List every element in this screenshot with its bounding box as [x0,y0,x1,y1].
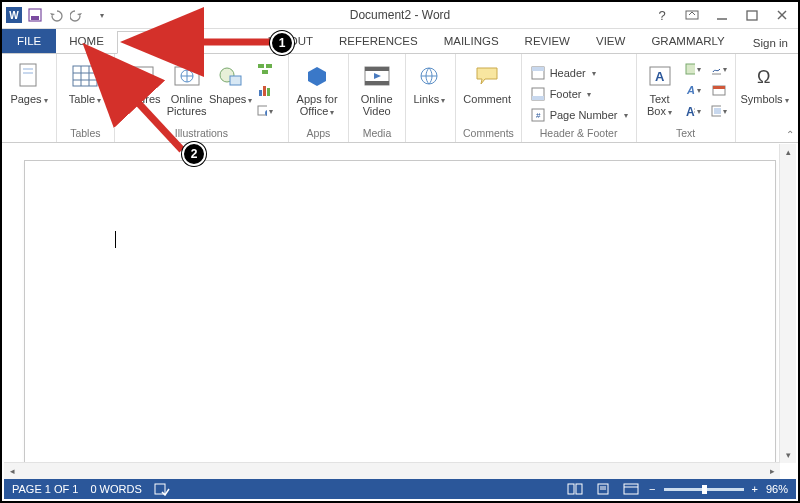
group-header-footer: Header Footer # Page Number Header & Foo… [522,54,637,142]
wordart-icon: A [685,82,701,98]
text-box-button[interactable]: A Text Box [641,57,679,118]
close-icon[interactable] [770,3,794,27]
svg-rect-7 [20,64,36,86]
links-button[interactable]: Links [410,57,448,106]
apps-button[interactable]: Apps for Office [293,57,341,118]
screenshot-icon [257,103,273,119]
svg-rect-31 [365,81,389,85]
help-icon[interactable]: ? [650,3,674,27]
group-comments: Comment Comments [456,54,521,142]
date-time-button[interactable] [707,80,731,100]
object-button[interactable] [707,101,731,121]
page-number-button[interactable]: # Page Number [526,105,632,125]
header-button[interactable]: Header [526,63,632,83]
online-video-button[interactable]: Online Video [353,57,401,117]
svg-rect-20 [230,76,241,85]
tab-file[interactable]: FILE [2,29,56,53]
media-group-label: Media [353,127,402,141]
links-label: Links [413,93,445,106]
pages-label: Pages [10,93,47,106]
tab-home[interactable]: HOME [56,30,117,53]
minimize-icon[interactable] [710,3,734,27]
video-label: Online Video [361,93,393,117]
comments-group-label: Comments [460,127,516,141]
svg-rect-9 [23,72,33,74]
page-status[interactable]: PAGE 1 OF 1 [12,483,78,495]
zoom-level[interactable]: 96% [766,483,788,495]
vertical-scrollbar[interactable]: ▴ ▾ [779,144,796,463]
apps-icon [302,61,332,91]
online-pictures-button[interactable]: Online Pictures [165,57,209,117]
scroll-left-icon[interactable]: ◂ [4,466,20,476]
collapse-ribbon-icon[interactable]: ⌃ [786,129,794,140]
svg-text:A: A [655,69,665,84]
group-media: Online Video Media [349,54,407,142]
footer-button[interactable]: Footer [526,84,632,104]
tab-grammarly[interactable]: GRAMMARLY [638,30,737,53]
apps-group-label: Apps [293,127,344,141]
maximize-icon[interactable] [740,3,764,27]
sign-in-link[interactable]: Sign in [743,33,798,53]
screenshot-button[interactable] [253,101,277,121]
text-box-icon: A [645,61,675,91]
links-icon [414,61,444,91]
pictures-button[interactable]: Pictures [119,57,163,105]
qat-customize-icon[interactable] [92,6,110,24]
undo-icon[interactable] [48,6,66,24]
zoom-slider[interactable] [664,488,744,491]
header-footer-group-label: Header & Footer [526,127,632,141]
zoom-out-icon[interactable]: − [649,483,655,495]
tab-layout[interactable]: LAYOUT [255,30,326,53]
svg-rect-36 [532,96,544,100]
wordart-button[interactable]: A [681,80,705,100]
tab-insert[interactable]: INSERT [117,31,185,54]
scroll-up-icon[interactable]: ▴ [780,144,796,160]
ribbon-display-icon[interactable] [680,3,704,27]
signature-line-button[interactable] [707,59,731,79]
zoom-in-icon[interactable]: + [752,483,758,495]
quick-parts-button[interactable] [681,59,705,79]
read-mode-icon[interactable] [565,481,585,497]
window-controls: ? [650,2,794,28]
svg-rect-50 [714,108,721,114]
symbols-button[interactable]: Ω Symbols [740,57,790,106]
chart-icon [257,82,273,98]
svg-text:Ω: Ω [757,67,770,87]
text-small-col1: A A [681,57,705,121]
pages-button[interactable]: Pages [6,57,52,106]
online-pictures-icon [172,61,202,91]
titlebar: W Document2 - Word ? [2,2,798,29]
page[interactable] [24,160,776,463]
svg-rect-26 [267,88,270,96]
page-number-icon: # [530,107,546,123]
word-count[interactable]: 0 WORDS [90,483,141,495]
omega-icon: Ω [750,61,780,91]
web-layout-icon[interactable] [621,481,641,497]
comment-button[interactable]: Comment [460,57,514,105]
footer-icon [530,86,546,102]
tab-review[interactable]: REVIEW [512,30,583,53]
document-area [4,144,796,479]
shapes-button[interactable]: Shapes [211,57,251,106]
print-layout-icon[interactable] [593,481,613,497]
tab-mailings[interactable]: MAILINGS [431,30,512,53]
drop-cap-button[interactable]: A [681,101,705,121]
table-button[interactable]: Table [61,57,109,106]
svg-rect-48 [713,86,725,89]
redo-icon[interactable] [70,6,88,24]
save-icon[interactable] [26,6,44,24]
scroll-right-icon[interactable]: ▸ [764,466,780,476]
smartart-button[interactable] [253,59,277,79]
header-icon [530,65,546,81]
tab-references[interactable]: REFERENCES [326,30,431,53]
illustrations-small-buttons [253,57,277,121]
svg-point-16 [133,72,138,77]
object-icon [711,103,727,119]
group-text: A Text Box A A Text [637,54,736,142]
tab-view[interactable]: VIEW [583,30,638,53]
proofing-icon[interactable] [154,482,170,496]
chart-button[interactable] [253,80,277,100]
scroll-down-icon[interactable]: ▾ [780,447,796,463]
horizontal-scrollbar[interactable]: ◂ ▸ [4,462,780,479]
shapes-icon [216,61,246,91]
